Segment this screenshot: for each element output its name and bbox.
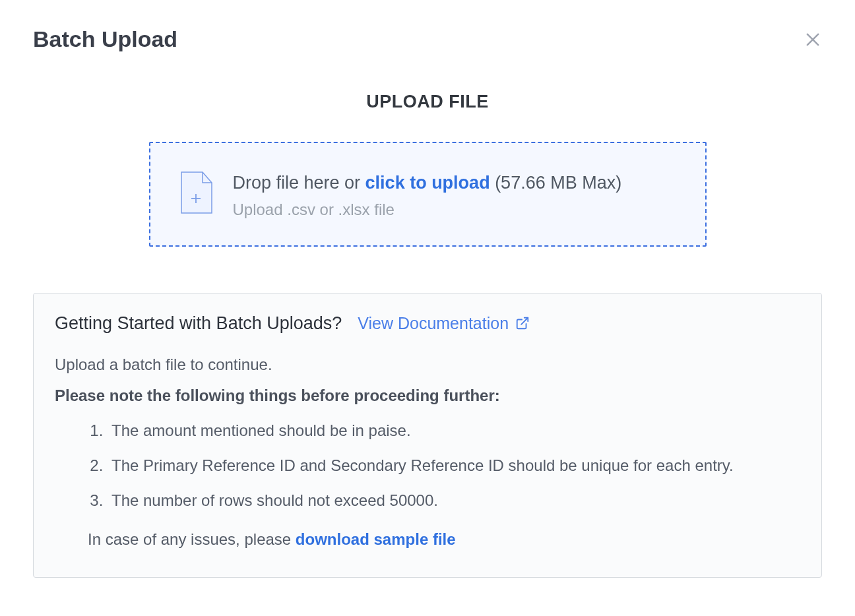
- info-list: The amount mentioned should be in paise.…: [55, 418, 800, 513]
- upload-heading: UPLOAD FILE: [33, 92, 822, 112]
- external-link-icon: [515, 316, 530, 330]
- svg-line-4: [521, 318, 528, 324]
- drop-suffix: (57.66 MB Max): [490, 173, 622, 193]
- modal-header: Batch Upload: [33, 26, 822, 52]
- dropzone-main-text: Drop file here or click to upload (57.66…: [233, 169, 676, 197]
- info-footer: In case of any issues, please download s…: [55, 527, 800, 551]
- dropzone-text: Drop file here or click to upload (57.66…: [233, 169, 676, 219]
- footer-prefix: In case of any issues, please: [88, 530, 296, 548]
- page-title: Batch Upload: [33, 26, 177, 52]
- info-header: Getting Started with Batch Uploads? View…: [55, 313, 800, 334]
- close-icon: [804, 30, 822, 49]
- dropzone-hint: Upload .csv or .xlsx file: [233, 200, 676, 219]
- file-add-icon: [180, 171, 213, 217]
- info-panel: Getting Started with Batch Uploads? View…: [33, 293, 822, 578]
- file-dropzone[interactable]: Drop file here or click to upload (57.66…: [149, 142, 707, 247]
- close-button[interactable]: [804, 30, 822, 49]
- download-sample-link[interactable]: download sample file: [296, 530, 456, 548]
- info-intro: Upload a batch file to continue.: [55, 352, 800, 377]
- doc-link-label: View Documentation: [358, 314, 509, 333]
- info-body: Upload a batch file to continue. Please …: [55, 352, 800, 552]
- info-note: Please note the following things before …: [55, 383, 800, 408]
- list-item: The Primary Reference ID and Secondary R…: [108, 453, 800, 477]
- view-documentation-link[interactable]: View Documentation: [358, 314, 530, 333]
- drop-prefix: Drop file here or: [233, 173, 365, 193]
- click-to-upload-link[interactable]: click to upload: [365, 173, 490, 193]
- info-title: Getting Started with Batch Uploads?: [55, 313, 342, 334]
- upload-section: UPLOAD FILE Drop file here or click to u…: [33, 92, 822, 247]
- list-item: The amount mentioned should be in paise.: [108, 418, 800, 443]
- list-item: The number of rows should not exceed 500…: [108, 488, 800, 512]
